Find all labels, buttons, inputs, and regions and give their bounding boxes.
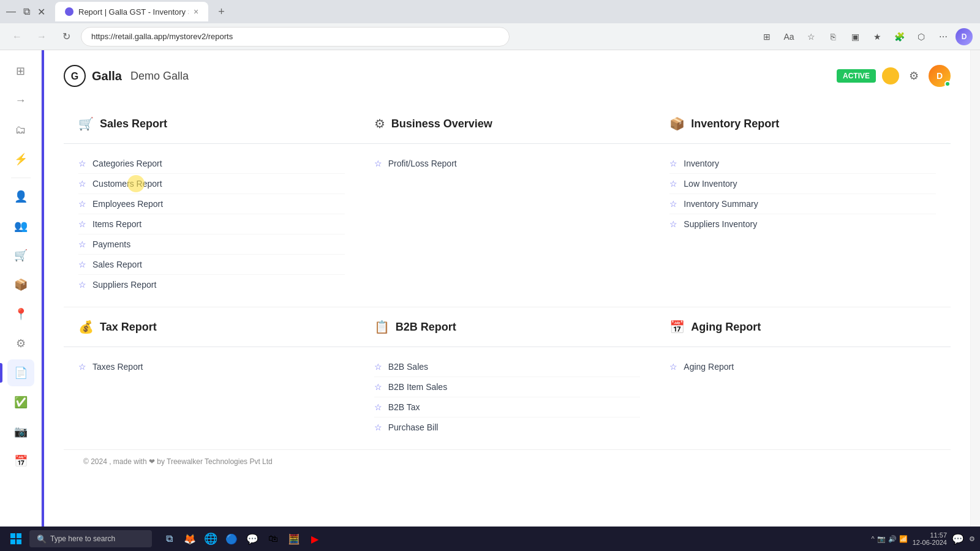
user-avatar[interactable]: D bbox=[929, 65, 951, 87]
star-icon: ☆ bbox=[78, 260, 86, 269]
suppliers-report-link[interactable]: Suppliers Report bbox=[92, 280, 156, 290]
settings-gear-icon[interactable]: ⚙ bbox=[969, 535, 975, 543]
profit-loss-link[interactable]: Profit/Loss Report bbox=[388, 159, 457, 168]
browser-tab[interactable]: Report | Galla GST - Inventory So... × bbox=[55, 2, 208, 21]
extensions-icon[interactable]: ⊞ bbox=[757, 27, 777, 47]
sidebar-item-location[interactable]: 📍 bbox=[7, 301, 34, 328]
sidebar-item-reports[interactable]: 📄 bbox=[7, 359, 34, 386]
employees-report-link[interactable]: Employees Report bbox=[92, 199, 163, 209]
sidebar-item-settings[interactable]: ⚙ bbox=[7, 330, 34, 357]
purchase-bill-item[interactable]: ☆ Purchase Bill bbox=[374, 418, 641, 437]
tab-close-button[interactable]: × bbox=[194, 7, 198, 17]
skype-icon[interactable]: 💬 bbox=[243, 529, 262, 549]
inventory-item[interactable]: ☆ Inventory bbox=[669, 154, 936, 174]
b2b-sales-item[interactable]: ☆ B2B Sales bbox=[374, 357, 641, 377]
settings-button[interactable]: ⚙ bbox=[905, 67, 922, 84]
taskbar-search[interactable]: 🔍 Type here to search bbox=[29, 530, 152, 547]
collections-icon[interactable]: ⎘ bbox=[823, 27, 843, 47]
aging-divider bbox=[655, 347, 951, 347]
audio-icon[interactable]: 🔊 bbox=[888, 535, 897, 543]
addons-icon[interactable]: 🧩 bbox=[889, 27, 909, 47]
address-bar[interactable]: https://retail.galla.app/mystorev2/repor… bbox=[81, 27, 510, 47]
star-icon: ☆ bbox=[669, 199, 677, 209]
sales-report-title: Sales Report bbox=[100, 118, 167, 130]
low-inventory-item[interactable]: ☆ Low Inventory bbox=[669, 174, 936, 194]
aging-report-item[interactable]: ☆ Aging Report bbox=[669, 357, 936, 377]
new-tab-button[interactable]: + bbox=[213, 3, 230, 21]
notification-center[interactable]: 💬 bbox=[952, 533, 964, 545]
sidebar-item-calendar[interactable]: 📅 bbox=[7, 448, 34, 474]
sidebar-item-store[interactable]: 🗂 bbox=[7, 116, 34, 143]
sales-report-link[interactable]: Sales Report bbox=[92, 260, 142, 269]
items-report-item[interactable]: ☆ Items Report bbox=[78, 214, 345, 234]
b2b-tax-link[interactable]: B2B Tax bbox=[388, 402, 420, 412]
store-icon[interactable]: 🛍 bbox=[263, 529, 283, 549]
b2b-tax-item[interactable]: ☆ B2B Tax bbox=[374, 397, 641, 418]
taxes-report-item[interactable]: ☆ Taxes Report bbox=[78, 357, 345, 377]
categories-report-item[interactable]: ☆ Categories Report bbox=[78, 154, 345, 174]
notification-dot[interactable] bbox=[882, 67, 899, 84]
taxes-report-link[interactable]: Taxes Report bbox=[92, 362, 143, 372]
sidebar-item-integration[interactable]: ⚡ bbox=[7, 146, 34, 173]
business-overview-header: ⚙ Business Overview bbox=[374, 116, 641, 131]
back-button[interactable]: ← bbox=[7, 27, 27, 47]
sidebar-item-nav[interactable]: → bbox=[7, 87, 34, 114]
customers-report-item[interactable]: ☆ Customers Report bbox=[78, 174, 345, 194]
sales-report-item[interactable]: ☆ Sales Report bbox=[78, 255, 345, 275]
inventory-summary-item[interactable]: ☆ Inventory Summary bbox=[669, 194, 936, 214]
sidebar-item-dashboard[interactable]: ⊞ bbox=[7, 58, 34, 84]
suppliers-inventory-link[interactable]: Suppliers Inventory bbox=[684, 219, 757, 229]
inventory-summary-link[interactable]: Inventory Summary bbox=[684, 199, 758, 209]
favorites-icon[interactable]: ★ bbox=[867, 27, 887, 47]
chrome-icon[interactable]: 🔵 bbox=[222, 529, 241, 549]
sidebar-item-user[interactable]: 👤 bbox=[7, 183, 34, 210]
youtube-icon[interactable]: ▶ bbox=[305, 529, 325, 549]
firefox-icon[interactable]: 🦊 bbox=[180, 529, 200, 549]
low-inventory-link[interactable]: Low Inventory bbox=[684, 179, 737, 189]
payments-item[interactable]: ☆ Payments bbox=[78, 234, 345, 255]
taskbar-search-text: Type here to search bbox=[50, 534, 115, 543]
items-report-link[interactable]: Items Report bbox=[92, 219, 141, 229]
more-icon[interactable]: ⋯ bbox=[933, 27, 953, 47]
sidebar-item-inventory[interactable]: 📦 bbox=[7, 271, 34, 298]
sidebar-item-cart[interactable]: 🛒 bbox=[7, 242, 34, 269]
star-icon: ☆ bbox=[78, 179, 86, 189]
star-icon: ☆ bbox=[374, 422, 382, 432]
network-icon[interactable]: 📶 bbox=[899, 535, 908, 543]
expand-tray-icon[interactable]: ^ bbox=[872, 535, 875, 542]
sales-divider bbox=[64, 143, 360, 144]
b2b-sales-link[interactable]: B2B Sales bbox=[388, 362, 428, 372]
inventory-report-section: 📦 Inventory Report ☆ Inventory ☆ Low Inv… bbox=[655, 104, 951, 307]
categories-report-link[interactable]: Categories Report bbox=[92, 159, 162, 168]
sidebar-icon[interactable]: ▣ bbox=[845, 27, 865, 47]
tax-report-section: 💰 Tax Report ☆ Taxes Report bbox=[64, 307, 360, 449]
employees-report-item[interactable]: ☆ Employees Report bbox=[78, 194, 345, 214]
refresh-button[interactable]: ↻ bbox=[56, 27, 76, 47]
calc-icon[interactable]: 🧮 bbox=[284, 529, 304, 549]
copilot-icon[interactable]: ⬡ bbox=[911, 27, 931, 47]
read-mode-icon[interactable]: Aa bbox=[779, 27, 799, 47]
start-button[interactable] bbox=[5, 528, 27, 550]
profit-loss-item[interactable]: ☆ Profit/Loss Report bbox=[374, 154, 641, 173]
b2b-item-sales-link[interactable]: B2B Item Sales bbox=[388, 382, 448, 392]
browser-profile[interactable]: D bbox=[956, 28, 973, 45]
purchase-bill-link[interactable]: Purchase Bill bbox=[388, 422, 439, 432]
svg-rect-3 bbox=[17, 533, 21, 538]
star-icon: ☆ bbox=[78, 199, 86, 209]
bookmark-icon[interactable]: ☆ bbox=[801, 27, 821, 47]
sidebar-item-tasks[interactable]: ✅ bbox=[7, 389, 34, 416]
aging-report-link[interactable]: Aging Report bbox=[684, 362, 734, 372]
b2b-item-sales-item[interactable]: ☆ B2B Item Sales bbox=[374, 377, 641, 397]
sidebar-item-customers[interactable]: 👥 bbox=[7, 212, 34, 239]
suppliers-inventory-item[interactable]: ☆ Suppliers Inventory bbox=[669, 214, 936, 234]
sidebar-item-camera[interactable]: 📷 bbox=[7, 418, 34, 445]
sales-report-icon: 🛒 bbox=[78, 116, 94, 131]
tab-favicon bbox=[65, 7, 74, 16]
forward-button[interactable]: → bbox=[32, 27, 51, 47]
suppliers-report-item[interactable]: ☆ Suppliers Report bbox=[78, 275, 345, 294]
inventory-link[interactable]: Inventory bbox=[684, 159, 719, 168]
payments-link[interactable]: Payments bbox=[92, 239, 130, 249]
task-view-icon[interactable]: ⧉ bbox=[159, 529, 179, 549]
edge-icon[interactable]: 🌐 bbox=[201, 529, 221, 549]
taskbar-time: 11:57 bbox=[913, 531, 947, 539]
